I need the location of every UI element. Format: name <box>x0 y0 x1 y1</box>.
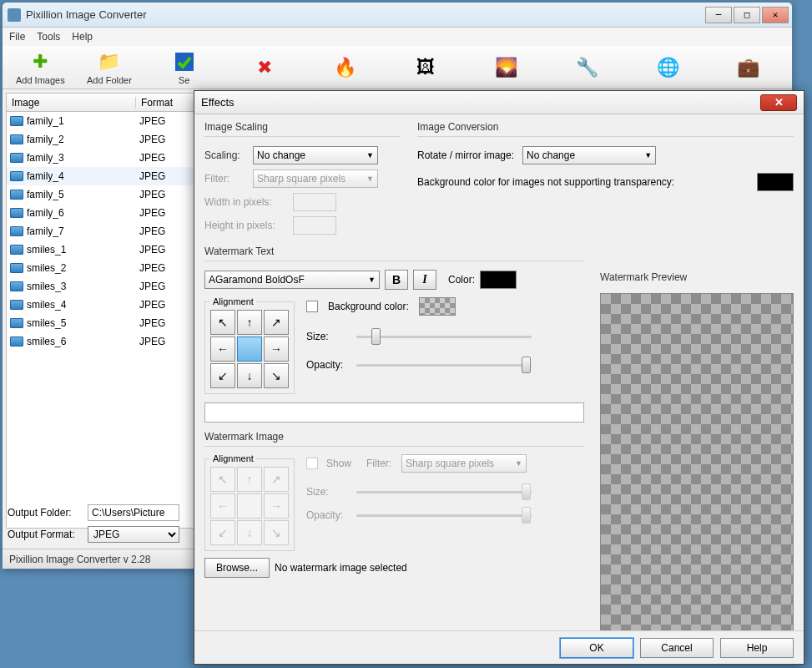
rotate-select[interactable]: No change▼ <box>522 146 656 164</box>
add-folder-button[interactable]: 📁 Add Folder <box>75 48 144 87</box>
image-alignment-group: Alignment ↖ ↑ ↗ ← → ↙ ↓ ↘ <box>204 453 295 551</box>
text-color-swatch[interactable] <box>480 271 517 289</box>
table-row[interactable]: smiles_4JPEG <box>7 296 197 314</box>
height-input <box>293 216 336 235</box>
toolbar-button-8[interactable]: 🔧 <box>547 54 628 81</box>
toolbar-button-4[interactable]: ✖ <box>224 54 305 81</box>
table-row[interactable]: smiles_3JPEG <box>7 277 197 296</box>
file-format: JPEG <box>136 134 194 145</box>
toolbar-button-7[interactable]: 🌄 <box>467 54 547 81</box>
file-name: family_3 <box>27 152 64 164</box>
table-row[interactable]: family_1JPEG <box>7 112 197 130</box>
file-format: JPEG <box>136 170 194 182</box>
file-icon <box>10 116 23 126</box>
file-format: JPEG <box>136 317 194 329</box>
preview-title: Watermark Preview <box>600 271 794 286</box>
align-ne[interactable]: ↗ <box>264 310 289 335</box>
menu-file[interactable]: File <box>9 31 25 43</box>
file-name: smiles_6 <box>27 336 66 347</box>
remove-icon: ✖ <box>253 56 276 79</box>
size-slider[interactable] <box>356 328 532 345</box>
img-align-n: ↑ <box>237 467 262 492</box>
window-title: Pixillion Image Converter <box>26 8 704 21</box>
minimize-button[interactable]: ─ <box>705 7 732 23</box>
file-format: JPEG <box>136 152 194 164</box>
close-button[interactable]: ✕ <box>762 7 789 23</box>
output-folder-input[interactable] <box>88 504 179 521</box>
dialog-close-button[interactable]: ✕ <box>760 94 797 111</box>
menu-help[interactable]: Help <box>72 31 93 43</box>
table-row[interactable]: smiles_1JPEG <box>7 240 197 259</box>
file-name: family_1 <box>27 115 64 127</box>
italic-button[interactable]: I <box>413 270 436 290</box>
img-filter-label: Filter: <box>366 458 396 469</box>
file-name: family_2 <box>27 134 64 145</box>
toolbar-button-5[interactable]: 🔥 <box>305 54 386 81</box>
img-opacity-label: Opacity: <box>306 509 351 521</box>
text-bg-swatch[interactable] <box>419 297 456 316</box>
file-name: family_5 <box>27 189 64 200</box>
file-name: family_6 <box>27 207 64 219</box>
table-row[interactable]: family_4JPEG <box>7 167 197 185</box>
align-e[interactable]: → <box>264 337 289 362</box>
table-row[interactable]: smiles_6JPEG <box>7 332 197 351</box>
add-folder-icon: 📁 <box>98 50 121 73</box>
output-folder-label: Output Folder: <box>8 507 83 519</box>
file-format: JPEG <box>136 336 194 347</box>
align-center[interactable] <box>237 337 262 362</box>
dialog-button-bar: OK Cancel Help <box>194 630 804 664</box>
file-format: JPEG <box>136 299 194 311</box>
file-table: Image Format family_1JPEGfamily_2JPEGfam… <box>6 93 198 529</box>
table-row[interactable]: family_7JPEG <box>7 222 197 240</box>
dialog-titlebar[interactable]: Effects ✕ <box>194 91 804 114</box>
scaling-label: Scaling: <box>204 149 248 161</box>
align-sw[interactable]: ↙ <box>210 363 235 388</box>
toolbar-button-3[interactable]: Se <box>144 48 224 87</box>
table-row[interactable]: smiles_5JPEG <box>7 314 197 332</box>
align-se[interactable]: ↘ <box>264 363 289 388</box>
align-nw[interactable]: ↖ <box>210 310 235 335</box>
col-image[interactable]: Image <box>7 97 136 109</box>
img-filter-select: Sharp square pixels▼ <box>401 454 527 473</box>
browse-button[interactable]: Browse... <box>204 558 270 578</box>
table-row[interactable]: family_3JPEG <box>7 149 197 167</box>
table-row[interactable]: family_2JPEG <box>7 130 197 149</box>
align-w[interactable]: ← <box>210 337 235 362</box>
img-align-c <box>237 493 262 519</box>
filter-label: Filter: <box>204 173 248 185</box>
file-icon <box>10 153 23 163</box>
cancel-button[interactable]: Cancel <box>640 638 714 658</box>
help-button[interactable]: Help <box>720 638 794 658</box>
bg-color-checkbox[interactable] <box>306 301 318 312</box>
bg-color-swatch[interactable] <box>757 173 794 191</box>
toolbar-button-10[interactable]: 💼 <box>708 54 789 81</box>
color-label: Color: <box>448 274 475 286</box>
toolbar-button-9[interactable]: 🌐 <box>628 54 709 81</box>
no-image-label: No watermark image selected <box>275 562 407 574</box>
table-row[interactable]: family_6JPEG <box>7 204 197 222</box>
img-align-w: ← <box>210 493 235 519</box>
toolbar-button-6[interactable]: 🖼 <box>386 54 467 81</box>
file-icon <box>10 190 23 200</box>
menu-tools[interactable]: Tools <box>37 31 60 43</box>
watermark-text-input[interactable] <box>204 402 584 423</box>
align-n[interactable]: ↑ <box>237 310 262 335</box>
table-header: Image Format <box>7 94 197 112</box>
bold-button[interactable]: B <box>385 270 408 290</box>
maximize-button[interactable]: □ <box>734 7 760 23</box>
add-images-button[interactable]: ✚ Add Images <box>6 48 75 87</box>
col-format[interactable]: Format <box>136 97 194 109</box>
titlebar[interactable]: Pixillion Image Converter ─ □ ✕ <box>3 3 792 28</box>
tools-icon: 🔧 <box>576 56 599 79</box>
scaling-select[interactable]: No change▼ <box>253 146 378 164</box>
watermark-image-title: Watermark Image <box>204 431 584 447</box>
file-name: family_7 <box>27 225 64 237</box>
opacity-slider[interactable] <box>356 357 532 373</box>
ok-button[interactable]: OK <box>560 638 633 658</box>
table-row[interactable]: family_5JPEG <box>7 185 197 204</box>
align-s[interactable]: ↓ <box>237 363 262 388</box>
file-icon <box>10 300 23 310</box>
font-select[interactable]: AGaramond BoldOsF▼ <box>204 271 380 289</box>
table-row[interactable]: smiles_2JPEG <box>7 259 197 277</box>
output-format-select[interactable]: JPEG <box>88 526 179 543</box>
